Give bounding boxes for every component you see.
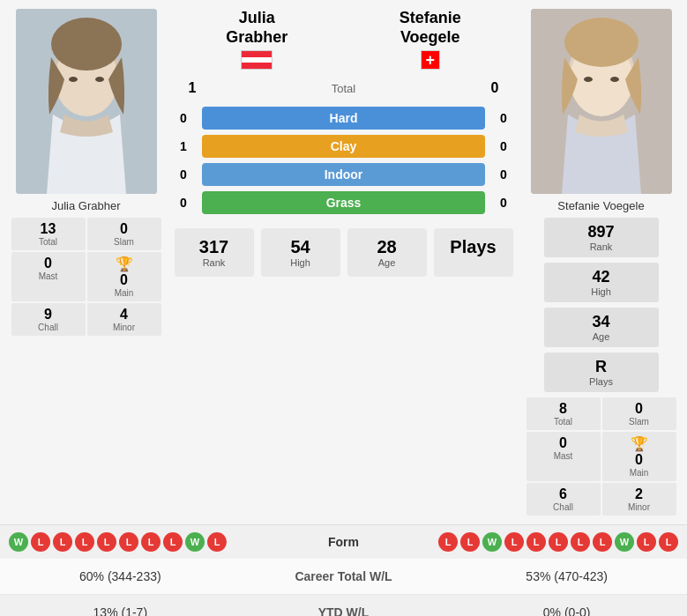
right-minor-cell: 2 Minor [602,483,676,516]
right-form-badge: L [526,532,546,552]
right-high-lbl: High [553,286,650,297]
right-high-val: 42 [553,268,650,286]
left-main-label: Main [115,288,134,298]
trophy-icon: 🏆 [116,256,133,272]
right-stats-section: 897 Rank 42 High 34 Age R Plays [544,218,659,392]
top-section: Julia Grabher 13 Total 0 Slam 0 Mast 🏆 0 [0,0,687,524]
right-name-line1: Stefanie Voegele [344,9,518,47]
right-rank-val: 897 [553,223,650,241]
total-left-count: 1 [179,80,205,96]
left-form-badge: L [163,532,183,552]
form-label: Form [291,535,397,549]
left-player-name: Julia Grabher [51,199,120,212]
middle-column: Julia Grabher Stefanie Voegele [170,9,517,516]
right-form-badge: L [504,532,524,552]
left-slam-cell: 0 Slam [87,218,161,250]
right-form-badge: L [460,532,480,552]
center-age-box: 28 Age [347,228,427,277]
left-chall-value: 9 [13,307,84,323]
right-total-value: 8 [528,401,599,417]
swiss-flag-icon [421,50,440,70]
right-chall-cell: 6 Chall [526,483,601,516]
left-chall-cell: 9 Chall [11,303,86,336]
stat-left-val: 60% (344-233) [0,559,241,595]
left-form-badge: W [185,532,205,552]
right-plays-lbl: Plays [553,376,650,387]
right-mast-label: Mast [528,451,599,461]
right-form-badge: L [637,532,656,552]
left-total-label: Total [13,237,84,247]
center-rank-label: Rank [183,257,245,268]
right-plays-box: R Plays [544,353,659,392]
form-section: WLLLLLLLWL Form LLWLLLLLWLL [0,524,687,559]
stat-right-val: 53% (470-423) [446,559,687,595]
right-player-grid: 8 Total 0 Slam 0 Mast 🏆 0 Main 6 [526,397,676,516]
right-minor-label: Minor [604,502,675,512]
left-form-badge: L [119,532,138,552]
right-form-badge: L [659,532,678,552]
left-chall-label: Chall [13,323,84,332]
hard-button[interactable]: Hard [202,107,485,130]
left-form-badge: L [31,532,50,552]
right-high-box: 42 High [544,263,659,302]
left-mast-value: 0 [13,256,84,271]
surfaces-section: 0 Hard 0 1 Clay 0 0 Indoor 0 0 Grass [170,107,517,219]
right-flag [344,50,518,73]
right-form-badge: L [593,532,612,552]
center-high-box: 54 High [261,228,340,277]
left-trophy-cell: 🏆 0 Main [87,252,161,301]
indoor-right-count: 0 [490,167,517,182]
left-name-line1: Julia Grabher [170,9,344,47]
right-form: LLWLLLLLWLL [397,532,679,552]
surface-row-grass: 0 Grass 0 [170,191,517,214]
right-main-value: 0 [635,452,643,468]
right-age-lbl: Age [553,331,650,342]
center-rank-value: 317 [183,237,245,257]
stat-left-val: 13% (1-7) [0,595,241,617]
stats-row: 60% (344-233) Career Total W/L 53% (470-… [0,559,687,595]
grass-button[interactable]: Grass [202,191,485,214]
clay-button[interactable]: Clay [202,135,485,158]
right-form-badge: L [438,532,458,552]
right-player-photo [531,9,672,194]
center-age-value: 28 [356,237,418,257]
center-high-value: 54 [270,237,332,257]
left-total-cell: 13 Total [11,218,86,250]
left-minor-cell: 4 Minor [87,303,161,336]
left-minor-value: 4 [89,307,160,323]
right-slam-value: 0 [604,401,675,417]
total-row: 1 Total 0 [170,80,517,96]
left-mast-cell: 0 Mast [11,252,86,301]
left-flag [170,50,344,73]
center-high-label: High [270,257,332,268]
grass-left-count: 0 [170,196,197,210]
right-chall-value: 6 [528,486,599,502]
left-form-badge: L [141,532,161,552]
right-form-badge: L [571,532,590,552]
left-name-header: Julia Grabher [170,9,344,73]
center-rank-box: 317 Rank [175,228,254,277]
right-name-header: Stefanie Voegele [344,9,518,73]
center-stats-row: 317 Rank 54 High 28 Age Plays [175,228,513,284]
left-mast-label: Mast [13,271,84,281]
right-slam-label: Slam [604,417,675,427]
indoor-button[interactable]: Indoor [202,163,485,186]
right-trophy-cell: 🏆 0 Main [602,432,676,481]
svg-point-9 [564,18,638,67]
grass-right-count: 0 [490,196,517,210]
names-row: Julia Grabher Stefanie Voegele [170,9,517,73]
right-minor-value: 2 [604,486,675,502]
left-player-column: Julia Grabher 13 Total 0 Slam 0 Mast 🏆 0 [9,9,163,516]
stat-right-val: 0% (0-0) [446,595,687,617]
left-form-badge: L [207,532,227,552]
left-total-value: 13 [13,221,84,237]
svg-point-3 [51,18,122,71]
total-right-count: 0 [482,80,508,96]
left-player-stats: 13 Total 0 Slam 0 Mast 🏆 0 Main 9 [11,218,161,336]
left-slam-label: Slam [89,237,160,247]
right-form-badge: W [615,532,634,552]
right-plays-val: R [553,358,650,376]
left-form-badge: L [97,532,116,552]
right-player-name: Stefanie Voegele [557,199,644,212]
surface-row-hard: 0 Hard 0 [170,107,517,130]
